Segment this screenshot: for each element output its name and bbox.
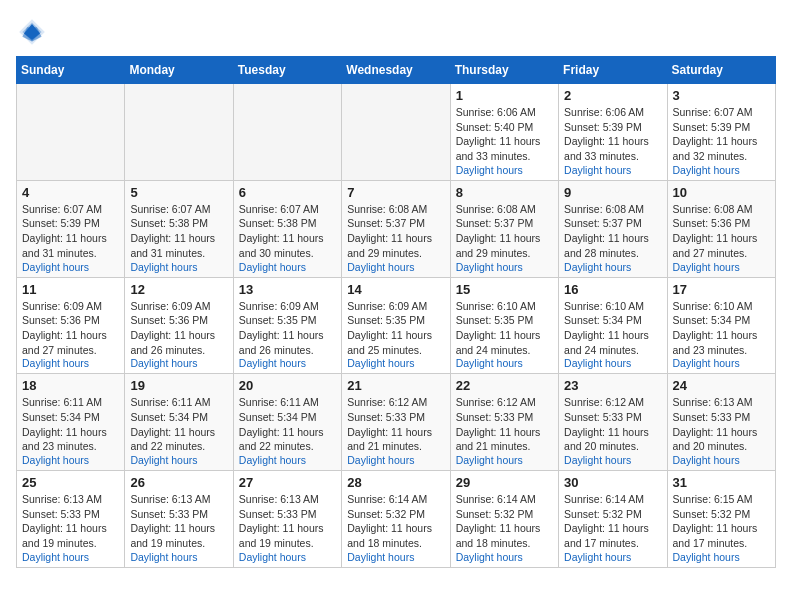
daylight-hours-link[interactable]: Daylight hours xyxy=(564,164,661,176)
day-info: Sunrise: 6:11 AMSunset: 5:34 PMDaylight:… xyxy=(130,395,227,454)
calendar-cell xyxy=(233,84,341,181)
day-number: 3 xyxy=(673,88,770,103)
calendar-cell: 7Sunrise: 6:08 AMSunset: 5:37 PMDaylight… xyxy=(342,180,450,277)
daylight-hours-link[interactable]: Daylight hours xyxy=(22,454,119,466)
weekday-header-tuesday: Tuesday xyxy=(233,57,341,84)
day-number: 28 xyxy=(347,475,444,490)
daylight-hours-link[interactable]: Daylight hours xyxy=(564,551,661,563)
daylight-hours-link[interactable]: Daylight hours xyxy=(130,551,227,563)
daylight-hours-link[interactable]: Daylight hours xyxy=(673,551,770,563)
daylight-hours-link[interactable]: Daylight hours xyxy=(347,551,444,563)
page-header xyxy=(16,16,776,48)
day-number: 12 xyxy=(130,282,227,297)
day-number: 31 xyxy=(673,475,770,490)
daylight-hours-link[interactable]: Daylight hours xyxy=(673,454,770,466)
day-info: Sunrise: 6:12 AMSunset: 5:33 PMDaylight:… xyxy=(347,395,444,454)
calendar-cell: 9Sunrise: 6:08 AMSunset: 5:37 PMDaylight… xyxy=(559,180,667,277)
day-number: 23 xyxy=(564,378,661,393)
day-info: Sunrise: 6:06 AMSunset: 5:40 PMDaylight:… xyxy=(456,105,553,164)
day-info: Sunrise: 6:13 AMSunset: 5:33 PMDaylight:… xyxy=(673,395,770,454)
calendar-cell xyxy=(17,84,125,181)
calendar-cell: 11Sunrise: 6:09 AMSunset: 5:36 PMDayligh… xyxy=(17,277,125,374)
calendar-cell: 4Sunrise: 6:07 AMSunset: 5:39 PMDaylight… xyxy=(17,180,125,277)
daylight-hours-link[interactable]: Daylight hours xyxy=(347,454,444,466)
daylight-hours-link[interactable]: Daylight hours xyxy=(456,454,553,466)
calendar-week-3: 18Sunrise: 6:11 AMSunset: 5:34 PMDayligh… xyxy=(17,374,776,471)
day-info: Sunrise: 6:09 AMSunset: 5:36 PMDaylight:… xyxy=(22,299,119,358)
calendar-cell: 16Sunrise: 6:10 AMSunset: 5:34 PMDayligh… xyxy=(559,277,667,374)
weekday-header-monday: Monday xyxy=(125,57,233,84)
calendar-week-1: 4Sunrise: 6:07 AMSunset: 5:39 PMDaylight… xyxy=(17,180,776,277)
calendar-cell: 24Sunrise: 6:13 AMSunset: 5:33 PMDayligh… xyxy=(667,374,775,471)
day-info: Sunrise: 6:06 AMSunset: 5:39 PMDaylight:… xyxy=(564,105,661,164)
daylight-hours-link[interactable]: Daylight hours xyxy=(456,164,553,176)
daylight-hours-link[interactable]: Daylight hours xyxy=(239,454,336,466)
daylight-hours-link[interactable]: Daylight hours xyxy=(456,261,553,273)
day-number: 14 xyxy=(347,282,444,297)
daylight-hours-link[interactable]: Daylight hours xyxy=(673,164,770,176)
day-number: 8 xyxy=(456,185,553,200)
day-info: Sunrise: 6:13 AMSunset: 5:33 PMDaylight:… xyxy=(239,492,336,551)
day-number: 15 xyxy=(456,282,553,297)
daylight-hours-link[interactable]: Daylight hours xyxy=(22,261,119,273)
calendar-cell: 14Sunrise: 6:09 AMSunset: 5:35 PMDayligh… xyxy=(342,277,450,374)
daylight-hours-link[interactable]: Daylight hours xyxy=(130,454,227,466)
calendar-cell: 27Sunrise: 6:13 AMSunset: 5:33 PMDayligh… xyxy=(233,471,341,568)
day-info: Sunrise: 6:15 AMSunset: 5:32 PMDaylight:… xyxy=(673,492,770,551)
day-number: 18 xyxy=(22,378,119,393)
daylight-hours-link[interactable]: Daylight hours xyxy=(456,357,553,369)
day-info: Sunrise: 6:12 AMSunset: 5:33 PMDaylight:… xyxy=(456,395,553,454)
calendar-cell: 6Sunrise: 6:07 AMSunset: 5:38 PMDaylight… xyxy=(233,180,341,277)
daylight-hours-link[interactable]: Daylight hours xyxy=(456,551,553,563)
daylight-hours-link[interactable]: Daylight hours xyxy=(347,357,444,369)
weekday-header-thursday: Thursday xyxy=(450,57,558,84)
daylight-hours-link[interactable]: Daylight hours xyxy=(130,261,227,273)
calendar-cell: 2Sunrise: 6:06 AMSunset: 5:39 PMDaylight… xyxy=(559,84,667,181)
daylight-hours-link[interactable]: Daylight hours xyxy=(564,357,661,369)
calendar-cell: 21Sunrise: 6:12 AMSunset: 5:33 PMDayligh… xyxy=(342,374,450,471)
day-number: 26 xyxy=(130,475,227,490)
calendar-cell: 17Sunrise: 6:10 AMSunset: 5:34 PMDayligh… xyxy=(667,277,775,374)
day-number: 17 xyxy=(673,282,770,297)
calendar-cell: 25Sunrise: 6:13 AMSunset: 5:33 PMDayligh… xyxy=(17,471,125,568)
day-info: Sunrise: 6:09 AMSunset: 5:35 PMDaylight:… xyxy=(347,299,444,358)
day-info: Sunrise: 6:09 AMSunset: 5:36 PMDaylight:… xyxy=(130,299,227,358)
day-number: 29 xyxy=(456,475,553,490)
daylight-hours-link[interactable]: Daylight hours xyxy=(347,261,444,273)
calendar-cell: 18Sunrise: 6:11 AMSunset: 5:34 PMDayligh… xyxy=(17,374,125,471)
calendar-cell: 3Sunrise: 6:07 AMSunset: 5:39 PMDaylight… xyxy=(667,84,775,181)
day-info: Sunrise: 6:14 AMSunset: 5:32 PMDaylight:… xyxy=(456,492,553,551)
logo-icon xyxy=(16,16,48,48)
day-number: 2 xyxy=(564,88,661,103)
day-number: 5 xyxy=(130,185,227,200)
day-info: Sunrise: 6:10 AMSunset: 5:34 PMDaylight:… xyxy=(564,299,661,358)
day-number: 20 xyxy=(239,378,336,393)
calendar-cell: 19Sunrise: 6:11 AMSunset: 5:34 PMDayligh… xyxy=(125,374,233,471)
daylight-hours-link[interactable]: Daylight hours xyxy=(130,357,227,369)
calendar-cell: 26Sunrise: 6:13 AMSunset: 5:33 PMDayligh… xyxy=(125,471,233,568)
daylight-hours-link[interactable]: Daylight hours xyxy=(239,261,336,273)
day-info: Sunrise: 6:14 AMSunset: 5:32 PMDaylight:… xyxy=(564,492,661,551)
day-info: Sunrise: 6:14 AMSunset: 5:32 PMDaylight:… xyxy=(347,492,444,551)
calendar-cell: 20Sunrise: 6:11 AMSunset: 5:34 PMDayligh… xyxy=(233,374,341,471)
day-number: 4 xyxy=(22,185,119,200)
day-number: 10 xyxy=(673,185,770,200)
daylight-hours-link[interactable]: Daylight hours xyxy=(564,261,661,273)
weekday-header-wednesday: Wednesday xyxy=(342,57,450,84)
weekday-header-sunday: Sunday xyxy=(17,57,125,84)
calendar-cell: 23Sunrise: 6:12 AMSunset: 5:33 PMDayligh… xyxy=(559,374,667,471)
calendar-cell: 22Sunrise: 6:12 AMSunset: 5:33 PMDayligh… xyxy=(450,374,558,471)
calendar-week-4: 25Sunrise: 6:13 AMSunset: 5:33 PMDayligh… xyxy=(17,471,776,568)
daylight-hours-link[interactable]: Daylight hours xyxy=(239,551,336,563)
daylight-hours-link[interactable]: Daylight hours xyxy=(239,357,336,369)
day-number: 7 xyxy=(347,185,444,200)
calendar-cell xyxy=(342,84,450,181)
calendar-cell: 31Sunrise: 6:15 AMSunset: 5:32 PMDayligh… xyxy=(667,471,775,568)
daylight-hours-link[interactable]: Daylight hours xyxy=(22,551,119,563)
logo xyxy=(16,16,52,48)
daylight-hours-link[interactable]: Daylight hours xyxy=(22,357,119,369)
daylight-hours-link[interactable]: Daylight hours xyxy=(564,454,661,466)
daylight-hours-link[interactable]: Daylight hours xyxy=(673,261,770,273)
daylight-hours-link[interactable]: Daylight hours xyxy=(673,357,770,369)
day-info: Sunrise: 6:07 AMSunset: 5:39 PMDaylight:… xyxy=(673,105,770,164)
